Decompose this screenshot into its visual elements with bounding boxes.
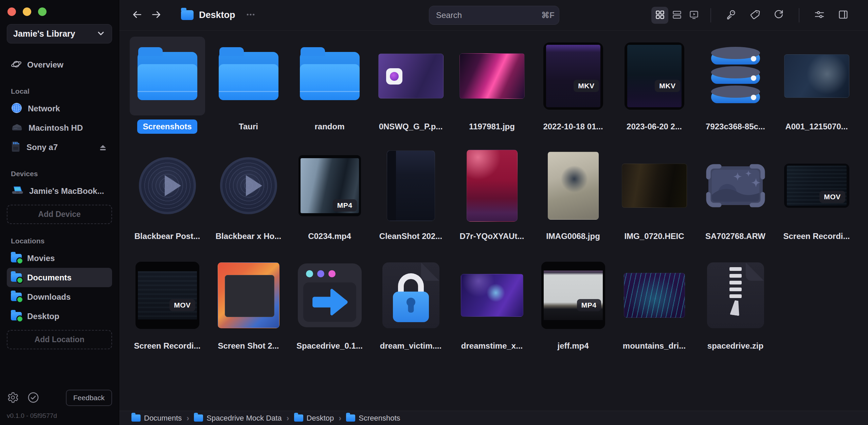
file-item[interactable]: Tauri [208, 37, 289, 146]
sidebar-item-movies[interactable]: Movies [7, 248, 112, 268]
sidebar-item-label: Network [28, 104, 60, 113]
grid-view-button[interactable] [651, 7, 668, 24]
breadcrumb-label: Documents [144, 414, 182, 423]
file-item[interactable]: CleanShot 202... [370, 146, 451, 256]
sidebar-item-label: Sony a7 [26, 143, 58, 152]
list-view-button[interactable] [668, 7, 685, 24]
file-name: 1197981.jpg [464, 119, 520, 134]
file-item[interactable]: MOVScreen Recordi... [776, 146, 857, 256]
toolbar-separator [799, 8, 799, 22]
file-item[interactable]: dream_victim.... [370, 256, 451, 366]
file-item[interactable]: IMG_0720.HEIC [614, 146, 695, 256]
grid-view-icon [654, 9, 666, 21]
sidebar-item-macintosh-hd[interactable]: Macintosh HD [7, 118, 112, 137]
add-device-button[interactable]: Add Device [7, 205, 112, 224]
file-item[interactable]: spacedrive.zip [695, 256, 776, 366]
file-item[interactable]: A001_1215070... [776, 37, 857, 146]
file-item[interactable]: MKV2022-10-18 01... [532, 37, 614, 146]
refresh-button[interactable] [770, 7, 787, 24]
sidebar-item-label: Downloads [27, 292, 71, 302]
topbar: Desktop ⌘F [119, 0, 868, 31]
file-name: random [309, 119, 350, 134]
job-manager-button[interactable] [27, 391, 39, 405]
sidebar-item-desktop[interactable]: Desktop [7, 307, 112, 326]
file-item[interactable]: D7r-YQoXYAUt... [451, 146, 532, 256]
location-menu-button[interactable] [246, 10, 256, 21]
media-disc-icon [139, 157, 196, 214]
forward-button[interactable] [148, 7, 164, 23]
sidebar-item-sony-a7[interactable]: Sony a7 [7, 137, 112, 157]
file-thumbnail [378, 54, 444, 98]
file-item[interactable]: MP4C0234.mp4 [289, 146, 370, 256]
folder-icon [11, 254, 22, 262]
feedback-button[interactable]: Feedback [66, 390, 112, 406]
back-button[interactable] [129, 7, 145, 23]
tag-button[interactable] [746, 7, 763, 24]
breadcrumb-item[interactable]: Documents [131, 414, 182, 423]
file-item[interactable]: 0NSWQ_G_P.p... [370, 37, 451, 146]
sd-card-icon [11, 141, 21, 154]
settings-button[interactable] [7, 391, 19, 405]
file-item[interactable]: MKV2023-06-20 2... [614, 37, 695, 146]
breadcrumb-item[interactable]: Screenshots [346, 414, 400, 423]
file-thumbnail-area: MOV [779, 146, 854, 225]
library-switcher[interactable]: Jamie's Library [7, 24, 112, 43]
file-item[interactable]: Blackbear Post... [127, 146, 208, 256]
key-button[interactable] [723, 7, 740, 24]
folder-icon [219, 52, 278, 100]
sidebar-section-devices: DevicesJamie's MacBook...Add Device [7, 170, 112, 224]
file-thumbnail-area [698, 256, 773, 335]
file-item[interactable]: Blackbear x Ho... [208, 146, 289, 256]
file-item[interactable]: Screenshots [127, 37, 208, 146]
database-icon [706, 45, 765, 107]
sidebar-item-network[interactable]: Network [7, 99, 112, 118]
toolbar-separator [710, 8, 711, 22]
file-item[interactable]: 1197981.jpg [451, 37, 532, 146]
breadcrumb-item[interactable]: Spacedrive Mock Data [194, 414, 282, 423]
format-badge: MOV [819, 191, 845, 203]
file-item[interactable]: 7923c368-85c... [695, 37, 776, 146]
add-location-button[interactable]: Add Location [7, 330, 112, 349]
filters-button[interactable] [811, 7, 828, 24]
zipper-icon [729, 267, 742, 298]
file-thumbnail-area [292, 37, 367, 115]
sidebar-item-overview[interactable]: Overview [7, 55, 112, 74]
sidebar-item-jamie-s-macbook[interactable]: Jamie's MacBook... [7, 181, 112, 201]
file-name: C0234.mp4 [303, 229, 357, 243]
library-name: Jamie's Library [13, 29, 75, 39]
file-item[interactable]: random [289, 37, 370, 146]
inspector-toggle-button[interactable] [835, 7, 852, 24]
breadcrumb-item[interactable]: Desktop [294, 414, 334, 423]
file-thumbnail-area: MOV [130, 256, 205, 335]
file-item[interactable]: MOVScreen Recordi... [127, 256, 208, 366]
close-button[interactable] [7, 7, 16, 16]
sidebar-item-downloads[interactable]: Downloads [7, 287, 112, 307]
sidebar: Jamie's Library Overview LocalNetworkMac… [0, 0, 119, 425]
file-name: CleanShot 202... [374, 229, 448, 243]
file-item[interactable]: MP4jeff.mp4 [532, 256, 614, 366]
eject-icon[interactable] [98, 142, 108, 152]
chevron-down-icon [96, 29, 106, 39]
current-location[interactable]: Desktop [181, 10, 256, 21]
sidebar-sections: LocalNetworkMacintosh HDSony a7DevicesJa… [7, 87, 112, 349]
file-thumbnail [467, 150, 518, 222]
file-item[interactable]: dreamstime_x... [451, 256, 532, 366]
zoom-button[interactable] [38, 7, 47, 16]
search-input[interactable] [436, 11, 541, 20]
file-item[interactable]: mountains_dri... [614, 256, 695, 366]
format-badge: MP4 [333, 199, 357, 211]
file-name: A001_1215070... [780, 119, 853, 134]
search-bar[interactable]: ⌘F [429, 6, 559, 25]
sidebar-item-documents[interactable]: Documents [7, 268, 112, 287]
file-item[interactable]: SA702768.ARW [695, 146, 776, 256]
file-item[interactable]: Spacedrive_0.1... [289, 256, 370, 366]
media-view-button[interactable] [685, 7, 702, 24]
file-name: dreamstime_x... [456, 339, 528, 353]
minimize-button[interactable] [23, 7, 31, 16]
spacedrive-window: Jamie's Library Overview LocalNetworkMac… [0, 0, 868, 425]
file-item[interactable]: IMAG0068.jpg [532, 146, 614, 256]
file-name: SA702768.ARW [700, 229, 771, 243]
key-icon [725, 9, 737, 21]
file-item[interactable]: Screen Shot 2... [208, 256, 289, 366]
folder-icon [181, 10, 194, 20]
